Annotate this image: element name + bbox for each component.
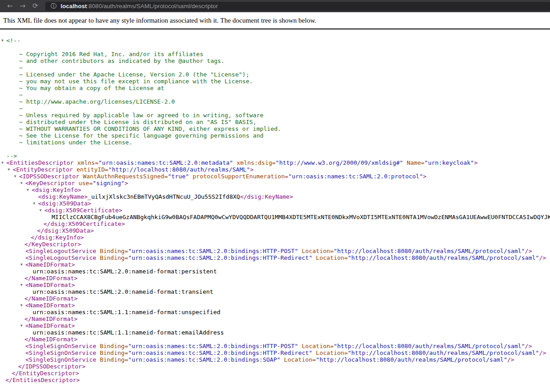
xml-token-tag: > <box>474 159 478 166</box>
xml-line: ~ <box>0 91 550 98</box>
xml-line: ▼<NameIDFormat> <box>0 302 550 309</box>
xml-token-attr: protocolSupportEnumeration= <box>189 173 288 180</box>
xml-line: urn:oasis:names:tc:SAML:2.0:nameid-forma… <box>0 268 550 275</box>
xml-token-tag: </dsig:X509Data> <box>37 227 94 234</box>
xml-token-val: "http://localhost:8080/auth/realms/SAML/… <box>334 343 525 349</box>
xml-line: ▼<NameIDFormat> <box>0 261 550 268</box>
xml-line: </NameIDFormat> <box>0 295 550 302</box>
xml-token-tag: /> <box>525 248 532 254</box>
xml-token-com: ~ Licensed under the Apache License, Ver… <box>19 71 249 78</box>
xml-line: ~ http://www.apache.org/licenses/LICENSE… <box>0 98 550 105</box>
xml-token-val: "urn:oasis:names:tc:SAML:2.0:bindings:HT… <box>128 248 298 254</box>
reload-icon[interactable]: ⟳ <box>29 0 42 12</box>
collapse-toggle-icon[interactable]: ▼ <box>20 181 23 185</box>
url-text: localhost:8080/auth/realms/SAML/protocol… <box>61 3 218 10</box>
xml-token-val: "urn:oasis:names:tc:SAML:2.0:protocol" <box>288 173 423 180</box>
collapse-toggle-icon[interactable]: ▼ <box>39 208 42 212</box>
xml-token-tag: <SingleLogoutService <box>25 248 100 254</box>
xml-line: ~ Licensed under the Apache License, Ver… <box>0 71 550 78</box>
xml-token-tag: <KeyDescriptor <box>25 180 78 186</box>
xml-line: </NameIDFormat> <box>0 275 550 282</box>
collapse-toggle-icon[interactable]: ▼ <box>27 188 29 192</box>
xml-token-val: "http://localhost:8080/auth/realms/SAML/… <box>348 254 539 261</box>
xml-token-attr: xmlns= <box>77 159 99 166</box>
xml-line: ▼<EntitiesDescriptor xmlns="urn:oasis:na… <box>0 159 550 166</box>
xml-line: ~ Unless required by applicable law or a… <box>0 112 550 119</box>
xml-token-val: "urn:oasis:names:tc:SAML:2.0:bindings:HT… <box>128 254 312 261</box>
collapse-toggle-icon[interactable]: ▼ <box>14 174 16 178</box>
xml-line: ~ you may not use this file except in co… <box>0 78 550 85</box>
xml-token-com: ~ Unless required by applicable law or a… <box>19 112 263 119</box>
xml-token-attr: Location= <box>312 349 348 356</box>
xml-line: ~ See the License for the specific langu… <box>0 132 550 139</box>
collapse-toggle-icon[interactable]: ▼ <box>33 201 35 206</box>
xml-line: </EntityDescriptor> <box>0 370 550 377</box>
collapse-toggle-icon[interactable]: ▼ <box>20 263 23 267</box>
xml-line: </IDPSSODescriptor> <box>0 363 550 370</box>
xml-token-com: ~ limitations under the License. <box>19 139 132 146</box>
xml-token-tag: <SingleLogoutService <box>25 254 100 261</box>
xml-token-tag: <NameIDFormat> <box>25 302 75 309</box>
xml-token-tag: </EntitiesDescriptor> <box>5 377 80 383</box>
xml-line: MIIClzCCAX8CBgFub4ueGzANBgkqhkiG9w0BAQsF… <box>0 214 550 220</box>
xml-token-com: ~ <box>19 64 23 71</box>
collapse-toggle-icon[interactable]: ▼ <box>20 324 23 328</box>
xml-token-tag: /> <box>507 356 514 363</box>
xml-token-val: "urn:oasis:names:tc:SAML:2.0:bindings:HT… <box>128 349 312 356</box>
xml-line: </NameIDFormat> <box>0 316 550 322</box>
xml-token-tag: </dsig:X509Certificate> <box>43 220 125 227</box>
xml-line: ~ distributed under the License is distr… <box>0 119 550 125</box>
xml-token-tag: </dsig:KeyInfo> <box>31 234 84 241</box>
url-host: localhost <box>61 3 87 10</box>
url-bar[interactable]: ⓘ localhost:8080/auth/realms/SAML/protoc… <box>45 2 550 11</box>
xml-token-com: ~ distributed under the License is distr… <box>19 119 256 125</box>
xml-line: ~ limitations under the License. <box>0 139 550 146</box>
xml-token-attr: use= <box>78 180 92 186</box>
xml-token-com: ~ Copyright 2016 Red Hat, Inc. and/or it… <box>19 51 203 57</box>
xml-line: urn:oasis:names:tc:SAML:1.1:nameid-forma… <box>0 329 550 336</box>
xml-token-txt: urn:oasis:names:tc:SAML:1.1:nameid-forma… <box>33 329 224 336</box>
xml-token-attr: Binding= <box>100 254 128 261</box>
xml-token-txt: urn:oasis:names:tc:SAML:2.0:nameid-forma… <box>33 268 217 275</box>
xml-line: urn:oasis:names:tc:SAML:2.0:nameid-forma… <box>0 288 550 295</box>
xml-line: ▼<NameIDFormat> <box>0 282 550 288</box>
xml-token-val: "true" <box>168 173 189 180</box>
collapse-toggle-icon[interactable]: ▼ <box>20 303 23 307</box>
collapse-toggle-icon[interactable]: ▼ <box>1 161 4 165</box>
xml-token-tag: <dsig:X509Certificate> <box>44 207 122 214</box>
xml-token-com: ~ <box>19 105 23 112</box>
xml-token-com: --> <box>6 153 17 159</box>
xml-token-txt: urn:oasis:names:tc:SAML:1.1:nameid-forma… <box>33 309 220 316</box>
xml-line: </dsig:X509Certificate> <box>0 220 550 227</box>
xml-token-attr: Binding= <box>100 343 128 349</box>
xml-token-tag: <dsig:KeyName> <box>38 193 88 200</box>
collapse-toggle-icon[interactable]: ▼ <box>20 283 23 287</box>
collapse-toggle-icon[interactable]: ▼ <box>1 38 4 43</box>
xml-token-tag: > <box>124 180 128 186</box>
xml-token-tag: <NameIDFormat> <box>25 261 75 268</box>
xml-line: </dsig:X509Data> <box>0 227 550 234</box>
page-info-icon[interactable]: ⓘ <box>51 2 57 10</box>
xml-token-attr: Binding= <box>100 248 128 254</box>
xml-token-txt: MIIClzCCAX8CBgFub4ueGzANBgkqhkiG9w0BAQsF… <box>52 214 550 220</box>
xml-line: </NameIDFormat> <box>0 336 550 343</box>
xml-token-tag: <NameIDFormat> <box>25 282 75 288</box>
xml-token-tag: </EntityDescriptor> <box>12 370 79 377</box>
xml-token-tag: </IDPSSODescriptor> <box>18 363 86 370</box>
xml-line: ~ and other contributors as indicated by… <box>0 57 550 64</box>
forward-icon[interactable]: → <box>16 0 29 12</box>
xml-token-txt: _uilxjXlskc3nEBmTVyQAsdHTNcuU_JOu5SS2Ifd… <box>88 193 240 200</box>
xml-line: <SingleLogoutService Binding="urn:oasis:… <box>0 254 550 261</box>
xml-line: </EntitiesDescriptor> <box>0 377 550 383</box>
xml-token-attr: Location= <box>312 254 348 261</box>
xml-token-tag: <SingleSignOnService <box>25 349 100 356</box>
collapse-toggle-icon[interactable]: ▼ <box>8 167 10 172</box>
xml-token-tag: <dsig:X509Data> <box>38 200 91 207</box>
back-icon[interactable]: ← <box>4 0 16 12</box>
xml-token-tag: </dsig:KeyName> <box>240 193 293 200</box>
xml-line: ▼<!-- <box>0 37 550 44</box>
xml-token-tag: /> <box>539 254 546 261</box>
xml-line: ▼<dsig:X509Data> <box>0 200 550 207</box>
xml-no-style-notice: This XML file does not appear to have an… <box>0 12 550 29</box>
xml-token-tag: /> <box>525 343 532 349</box>
